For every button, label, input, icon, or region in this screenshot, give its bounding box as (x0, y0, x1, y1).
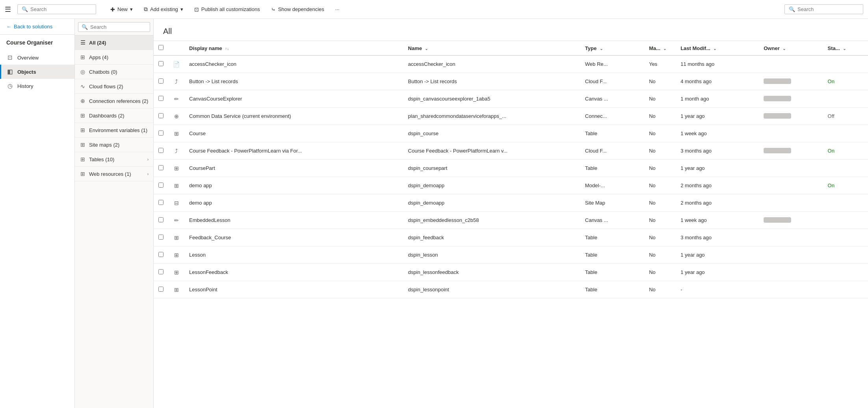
row-checkbox[interactable] (158, 200, 164, 205)
row-checkbox[interactable] (158, 113, 164, 118)
owner-header[interactable]: Owner ⌄ (759, 41, 823, 56)
row-checkbox[interactable] (158, 61, 164, 66)
topbar-right-search-input[interactable] (797, 6, 853, 12)
table-row[interactable]: ⊟ demo app ⋯ dspin_demoapp Site Map No 2… (154, 194, 868, 212)
row-checkbox[interactable] (158, 217, 164, 222)
row-checkbox[interactable] (158, 235, 164, 240)
middle-item-chatbots[interactable]: ◎ Chatbots (0) (75, 65, 153, 79)
table-row[interactable]: ✏ EmbeddedLesson ⋯ dspin_embeddedlesson_… (154, 212, 868, 229)
row-type-icon-cell: ⊞ (168, 160, 184, 177)
middle-item-connection-refs[interactable]: ⊕ Connection references (2) (75, 94, 153, 108)
sidebar-item-objects[interactable]: ◧ Objects (0, 65, 74, 79)
back-to-solutions-link[interactable]: ← Back to solutions (0, 19, 74, 35)
table-row[interactable]: ⊞ CoursePart ⋯ dspin_coursepart Table No… (154, 160, 868, 177)
row-checkbox-cell[interactable] (154, 125, 168, 142)
select-all-checkbox[interactable] (158, 45, 164, 50)
show-dependencies-button[interactable]: ⤷ Show dependencies (266, 4, 329, 15)
row-menu-cell[interactable]: ⋯ (383, 125, 403, 142)
row-checkbox-cell[interactable] (154, 194, 168, 212)
add-existing-button[interactable]: ⧉ Add existing ▾ (139, 4, 188, 15)
row-menu-cell[interactable]: ⋯ (383, 108, 403, 125)
table-row[interactable]: ⊕ Common Data Service (current environme… (154, 108, 868, 125)
row-menu-cell[interactable]: ⋯ (383, 264, 403, 281)
middle-item-dashboards[interactable]: ⊞ Dashboards (2) (75, 108, 153, 123)
middle-search-box[interactable]: 🔍 (78, 22, 150, 32)
modified-header[interactable]: Last Modif... ⌄ (676, 41, 759, 56)
middle-item-apps[interactable]: ⊞ Apps (4) (75, 50, 153, 65)
row-menu-cell[interactable]: ⋯ (383, 212, 403, 229)
middle-item-tables[interactable]: ⊞ Tables (10) › (75, 152, 153, 167)
publish-button[interactable]: ⊡ Publish all customizations (190, 4, 265, 15)
topbar-search-input[interactable] (30, 6, 89, 12)
table-row[interactable]: ⤴ Course Feedback - PowerPlatformLearn v… (154, 142, 868, 160)
type-value: Table (585, 165, 597, 171)
managed-header[interactable]: Ma... ⌄ (644, 41, 676, 56)
row-menu-cell[interactable]: ⋯ (383, 160, 403, 177)
sidebar-item-history[interactable]: ◷ History (0, 79, 74, 93)
table-row[interactable]: ⊞ demo app ⋯ dspin_demoapp Model-... No … (154, 177, 868, 194)
row-checkbox[interactable] (158, 287, 164, 292)
row-menu-cell[interactable]: ⋯ (383, 194, 403, 212)
middle-list: ☰ All (24) ⊞ Apps (4) ◎ Chatbots (0) ∿ C… (75, 35, 153, 181)
status-header[interactable]: Sta... ⌄ (823, 41, 868, 56)
row-checkbox-cell[interactable] (154, 108, 168, 125)
display-name-header[interactable]: Display name ↑↓ (184, 41, 383, 56)
row-checkbox-cell[interactable] (154, 73, 168, 90)
row-menu-cell[interactable]: ⋯ (383, 90, 403, 108)
new-button[interactable]: ✚ New ▾ (106, 4, 138, 15)
row-checkbox-cell[interactable] (154, 142, 168, 160)
row-checkbox-cell[interactable] (154, 160, 168, 177)
row-menu-cell[interactable]: ⋯ (383, 229, 403, 246)
table-row[interactable]: ⊞ LessonFeedback ⋯ dspin_lessonfeedback … (154, 264, 868, 281)
row-checkbox-cell[interactable] (154, 264, 168, 281)
more-button[interactable]: ··· (331, 4, 344, 15)
middle-search-input[interactable] (90, 24, 147, 30)
row-checkbox[interactable] (158, 148, 164, 153)
topbar-right-search-box[interactable]: 🔍 (784, 4, 863, 14)
display-name-value: Course Feedback - PowerPlatformLearn via… (189, 148, 302, 154)
middle-item-all[interactable]: ☰ All (24) (75, 35, 153, 50)
row-menu-cell[interactable]: ⋯ (383, 142, 403, 160)
middle-item-web-resources[interactable]: ⊞ Web resources (1) › (75, 167, 153, 181)
table-row[interactable]: ⊞ Course ⋯ dspin_course Table No 1 week … (154, 125, 868, 142)
middle-item-site-maps[interactable]: ⊞ Site maps (2) (75, 138, 153, 152)
row-checkbox-cell[interactable] (154, 90, 168, 108)
row-menu-cell[interactable]: ⋯ (383, 73, 403, 90)
table-row[interactable]: 📄 accessChecker_icon ⋯ accessChecker_ico… (154, 56, 868, 73)
row-checkbox[interactable] (158, 165, 164, 170)
name-header[interactable]: Name ⌄ (403, 41, 580, 56)
row-menu-cell[interactable]: ⋯ (383, 246, 403, 264)
table-row[interactable]: ⊞ Lesson ⋯ dspin_lesson Table No 1 year … (154, 246, 868, 264)
table-row[interactable]: ⊞ LessonPoint ⋯ dspin_lessonpoint Table … (154, 281, 868, 298)
row-checkbox[interactable] (158, 130, 164, 136)
row-checkbox-cell[interactable] (154, 281, 168, 298)
table-row[interactable]: ⤴ Button -> List records ⋯ Button -> Lis… (154, 73, 868, 90)
type-header[interactable]: Type ⌄ (580, 41, 644, 56)
topbar-search-box[interactable]: 🔍 (17, 4, 96, 14)
row-menu-cell[interactable]: ⋯ (383, 281, 403, 298)
row-checkbox-cell[interactable] (154, 177, 168, 194)
table-row[interactable]: ⊞ Feedback_Course ⋯ dspin_feedback Table… (154, 229, 868, 246)
table-row[interactable]: ✏ CanvasCourseExplorer ⋯ dspin_canvascou… (154, 90, 868, 108)
row-checkbox-cell[interactable] (154, 56, 168, 73)
row-checkbox-cell[interactable] (154, 212, 168, 229)
row-checkbox[interactable] (158, 252, 164, 257)
modified-cell: 1 month ago (676, 90, 759, 108)
row-menu-cell[interactable]: ⋯ (383, 56, 403, 73)
row-checkbox-cell[interactable] (154, 229, 168, 246)
sidebar-nav: ⊡ Overview ◧ Objects ◷ History (0, 50, 74, 93)
hamburger-icon[interactable]: ☰ (5, 5, 11, 14)
row-checkbox[interactable] (158, 96, 164, 101)
expand-icon: › (147, 172, 149, 176)
checkbox-header[interactable] (154, 41, 168, 56)
status-cell (823, 229, 868, 246)
chevron-down-icon: ▾ (130, 6, 133, 12)
row-checkbox[interactable] (158, 269, 164, 274)
middle-item-env-vars[interactable]: ⊞ Environment variables (1) (75, 123, 153, 138)
row-checkbox-cell[interactable] (154, 246, 168, 264)
middle-item-cloud-flows[interactable]: ∿ Cloud flows (2) (75, 79, 153, 94)
row-menu-cell[interactable]: ⋯ (383, 177, 403, 194)
sidebar-item-overview[interactable]: ⊡ Overview (0, 50, 74, 65)
row-checkbox[interactable] (158, 78, 164, 84)
row-checkbox[interactable] (158, 183, 164, 188)
